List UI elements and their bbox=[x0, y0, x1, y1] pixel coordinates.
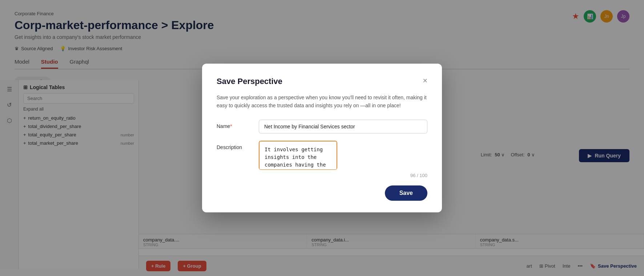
save-button[interactable]: Save bbox=[385, 185, 427, 201]
description-wrapper: It involves getting insights into the co… bbox=[259, 141, 427, 178]
modal-footer: Save bbox=[217, 185, 427, 201]
modal-close-button[interactable]: × bbox=[423, 77, 427, 85]
save-perspective-modal: Save Perspective × Save your exploration… bbox=[202, 64, 442, 213]
name-input[interactable] bbox=[259, 120, 427, 133]
modal-header: Save Perspective × bbox=[217, 77, 427, 86]
description-form-row: Description It involves getting insights… bbox=[217, 141, 427, 178]
name-label: Name* bbox=[217, 120, 253, 129]
description-textarea[interactable]: It involves getting insights into the co… bbox=[259, 141, 337, 170]
char-count: 96 / 100 bbox=[259, 173, 427, 178]
modal-title: Save Perspective bbox=[217, 77, 282, 86]
name-form-row: Name* bbox=[217, 120, 427, 133]
description-label: Description bbox=[217, 141, 253, 150]
required-asterisk: * bbox=[230, 123, 232, 129]
modal-description: Save your exploration as a perspective w… bbox=[217, 93, 427, 110]
